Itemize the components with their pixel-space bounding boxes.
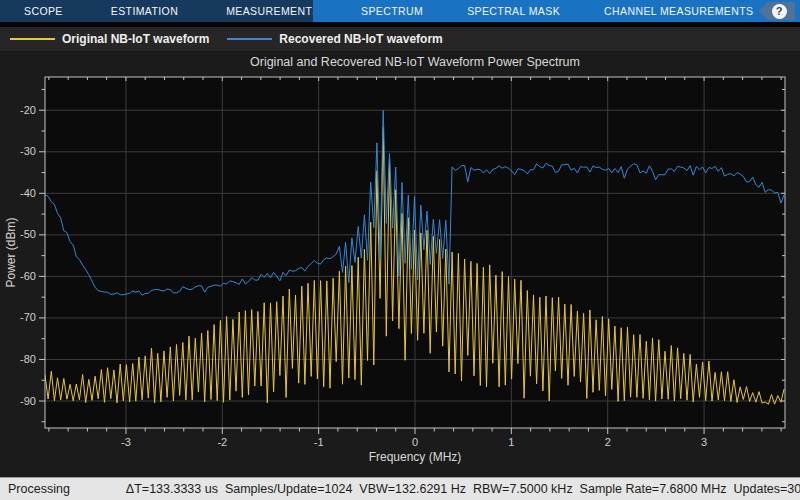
svg-text:-20: -20 [20,104,36,116]
tab-spectrum[interactable]: SPECTRUM [339,0,445,22]
status-processing: Processing [8,482,70,496]
tab-group-active: SPECTRUM SPECTRAL MASK CHANNEL MEASUREME… [313,0,800,22]
y-axis-label: Power (dBm) [4,217,18,287]
legend-label-original: Original NB-IoT waveform [62,32,209,46]
svg-text:-30: -30 [20,145,36,157]
tab-estimation[interactable]: ESTIMATION [87,0,202,22]
spectrum-analyzer-window: SCOPE ESTIMATION MEASUREMENTS SPECTRUM S… [0,0,800,500]
legend-label-recovered: Recovered NB-IoT waveform [279,32,442,46]
status-metrics: ΔT=133.3333 us Samples/Update=1024 VBW=1… [126,482,800,496]
svg-text:-50: -50 [20,228,36,240]
svg-text:3: 3 [701,436,707,448]
legend-item-recovered[interactable]: Recovered NB-IoT waveform [227,32,442,46]
tab-spectral-mask[interactable]: SPECTRAL MASK [445,0,582,22]
status-bar: Processing ΔT=133.3333 us Samples/Update… [0,477,800,500]
svg-text:-80: -80 [20,353,36,365]
legend-swatch-recovered [227,38,272,40]
svg-text:0: 0 [412,436,418,448]
legend-swatch-original [10,38,55,40]
legend-item-original[interactable]: Original NB-IoT waveform [10,32,209,46]
svg-text:1: 1 [508,436,514,448]
svg-text:-60: -60 [20,270,36,282]
tab-scope[interactable]: SCOPE [0,0,87,22]
tab-bar: SCOPE ESTIMATION MEASUREMENTS SPECTRUM S… [0,0,800,22]
legend-bar: Original NB-IoT waveform Recovered NB-Io… [0,27,800,52]
help-icon: ? [772,4,787,19]
svg-text:-40: -40 [20,187,36,199]
svg-text:-3: -3 [121,436,131,448]
svg-text:-90: -90 [20,395,36,407]
figure-area: Original and Recovered NB-IoT Waveform P… [0,52,800,477]
tab-channel-measurements[interactable]: CHANNEL MEASUREMENTS [582,0,775,22]
svg-text:-70: -70 [20,311,36,323]
x-axis-label: Frequency (MHz) [369,450,462,464]
svg-text:-2: -2 [217,436,227,448]
spectrum-plot: -3-2-10123-20-30-40-50-60-70-80-90Freque… [0,52,800,477]
svg-text:-1: -1 [314,436,324,448]
tab-group-inactive: SCOPE ESTIMATION MEASUREMENTS [0,0,313,22]
svg-text:2: 2 [605,436,611,448]
